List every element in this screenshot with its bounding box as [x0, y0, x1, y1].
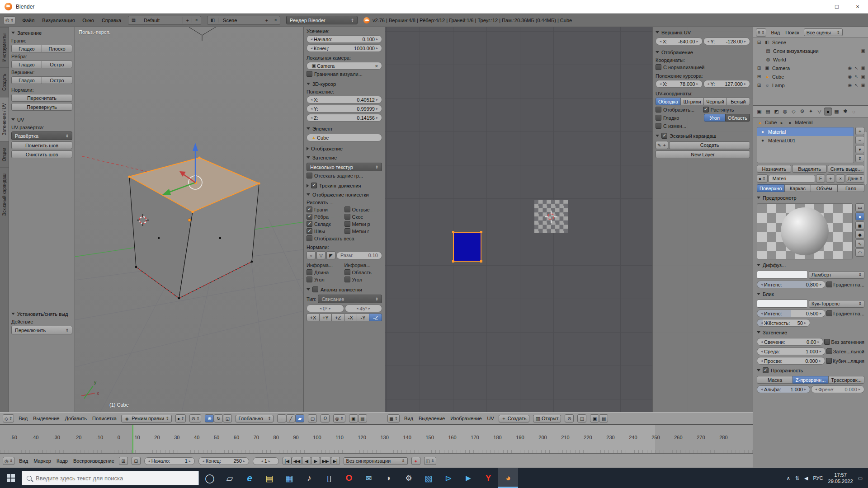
lock-frame-button[interactable]: ⊡ [132, 457, 141, 465]
fresnel-slider[interactable]: Френе:0.000 [811, 385, 864, 393]
viewport-shading-button[interactable]: ●⇕ [175, 414, 186, 422]
volume-icon[interactable]: ◀ [804, 475, 808, 481]
current-frame-indicator[interactable] [132, 425, 133, 453]
unlink-material-button[interactable]: × [836, 174, 845, 183]
taskbar-app-edge[interactable]: e [240, 468, 259, 488]
manipulator-scale-button[interactable]: ◱ [223, 414, 232, 422]
draw-sharp-checkbox[interactable] [344, 206, 350, 212]
image-paint-button[interactable]: ▤ [599, 414, 608, 422]
tool-tab-tools[interactable]: Инструменты [0, 27, 9, 67]
preview-hair-button[interactable]: ∿ [855, 239, 864, 248]
use-preview-range-button[interactable]: ⊞ [119, 457, 128, 465]
scene-tab-icon[interactable]: ◩ [773, 108, 780, 116]
draw-seams-checkbox[interactable] [307, 228, 312, 234]
fake-user-button[interactable]: F [816, 174, 825, 183]
normals-size-field[interactable]: Разм:0.10 [336, 252, 382, 259]
mesh-analysis-checkbox[interactable] [312, 286, 318, 292]
snap-target-button[interactable]: ◎⇕ [333, 414, 345, 422]
draw-bevel-checkbox[interactable] [344, 214, 350, 220]
search-input[interactable] [36, 475, 194, 482]
analysis-min-field[interactable]: 0° [307, 305, 344, 312]
layout-add-button[interactable]: ＋ [183, 17, 192, 23]
info-editor-icon[interactable]: ◎⇕ [4, 16, 15, 24]
border-render-checkbox[interactable] [307, 71, 312, 77]
faces-flat-button[interactable]: Плоско [42, 45, 72, 52]
verts-sharp-button[interactable]: Остро [42, 76, 72, 84]
hardness-slider[interactable]: Жёсткость:50 [757, 319, 810, 327]
panel-expand-icon[interactable] [307, 147, 309, 150]
expander-icon[interactable]: ⊞ [756, 66, 762, 70]
material-slot[interactable]: ●Material.001 [757, 136, 854, 145]
scene-selector[interactable]: ◧ Scene ＋ × [207, 16, 280, 25]
diffuse-color-swatch[interactable] [757, 271, 808, 279]
face-select-button[interactable]: ▰ [295, 414, 304, 422]
display-modified-checkbox[interactable] [656, 107, 661, 113]
face-angle-checkbox[interactable] [344, 277, 350, 282]
taskbar-search[interactable] [22, 471, 199, 485]
edge-select-button[interactable]: ╱ [286, 414, 295, 422]
draw-creases-checkbox[interactable] [307, 221, 312, 227]
new-image-button[interactable]: ＋Создать [499, 415, 529, 422]
item-name-field[interactable]: ▲Cube [307, 134, 382, 141]
manipulator-translate-button[interactable]: ⊕ [205, 414, 214, 422]
analysis-type-select[interactable]: Свисание⇕ [318, 295, 382, 303]
outliner-row-camera[interactable]: ⊞ ▣ Camera ◉↖▣ [753, 64, 868, 72]
cursor-x-field[interactable]: X:0.40512 [307, 96, 382, 103]
transparency-raytrace-button[interactable]: Трассировк... [828, 376, 864, 384]
remove-slot-button[interactable]: − [855, 136, 864, 144]
opengl-render-button[interactable]: ▣ [349, 414, 358, 422]
deselect-button[interactable]: Снять выде... [828, 165, 864, 173]
alpha-slider[interactable]: Альфа:1.000 [757, 385, 810, 393]
jump-to-end-button[interactable]: ▶| [331, 457, 340, 465]
preview-world-button[interactable]: ◠ [855, 249, 864, 257]
object-tab-icon[interactable]: ◇ [790, 108, 797, 116]
renderable-icon[interactable]: ▣ [861, 66, 865, 70]
axis-plus-z-button[interactable]: +Z [331, 314, 344, 321]
diffuse-ramp-checkbox[interactable] [826, 282, 832, 287]
clip-start-field[interactable]: Начало:0.100 [307, 35, 382, 43]
screen-layout-selector[interactable]: ▦ Default ＋ × [128, 16, 201, 25]
diffuse-intensity-slider[interactable]: Интенс:0.800 [757, 281, 826, 288]
move-slot-button[interactable]: ⇕ [855, 154, 864, 162]
uv-x-field[interactable]: X:-640.00 [656, 38, 703, 45]
axis-minus-y-button[interactable]: -Y [357, 314, 370, 321]
panel-expand-icon[interactable] [11, 118, 15, 121]
menu-file[interactable]: Файл [21, 18, 35, 23]
panel-expand-icon[interactable] [656, 135, 659, 137]
material-name-field[interactable]: Materi [769, 175, 815, 183]
end-frame-field[interactable]: Конец:250 [198, 457, 249, 465]
panel-expand-icon[interactable] [307, 184, 309, 188]
renderable-icon[interactable]: ▣ [861, 83, 865, 88]
taskbar-app-opera[interactable]: O [339, 468, 359, 488]
analysis-max-field[interactable]: 45° [345, 305, 382, 312]
specular-shader-select[interactable]: Кук-Торренс⇕ [809, 300, 864, 308]
select-menu[interactable]: Выделение [418, 416, 446, 421]
backface-culling-checkbox[interactable] [307, 173, 312, 178]
axis-plus-y-button[interactable]: +Y [319, 314, 332, 321]
modified-edges-checkbox[interactable] [656, 123, 661, 129]
opengl-render-anim-button[interactable]: ▤ [358, 414, 367, 422]
tool-tab-create[interactable]: Создать [0, 67, 9, 97]
new-layer-button[interactable]: New Layer [656, 150, 750, 158]
expander-icon[interactable]: ⊞ [756, 74, 762, 79]
layout-delete-button[interactable]: × [192, 18, 201, 23]
notifications-icon[interactable]: ▭ [858, 475, 863, 481]
vertex-normals-toggle[interactable]: ▿ [307, 251, 316, 259]
taskbar-app-task-view[interactable]: ▱ [220, 468, 240, 488]
editor-type-button[interactable]: ▦⇕ [387, 414, 400, 422]
mode-select[interactable]: ◈ Режим правки ⇕ [121, 415, 172, 422]
menu-help[interactable]: Справка [101, 18, 122, 23]
maximize-button[interactable]: □ [826, 0, 847, 13]
draw-faces-checkbox[interactable] [307, 206, 312, 212]
visible-icon[interactable]: ◉ [848, 74, 852, 79]
faces-smooth-button[interactable]: Гладко [11, 45, 42, 52]
mesh-menu[interactable]: Полисетка [91, 416, 118, 421]
network-icon[interactable]: ⇅ [795, 475, 799, 481]
renderable-icon[interactable]: ▣ [861, 48, 865, 53]
texture-tab-icon[interactable]: ▦ [833, 108, 840, 116]
outliner-row-lamp[interactable]: ⊞ ☼ Lamp ◉↖▣ [753, 81, 868, 89]
ambient-field[interactable]: Среда:1.000 [757, 347, 826, 355]
cursor-2d-y-field[interactable]: Y:127.000 [703, 80, 750, 88]
properties-scrollbar[interactable] [864, 131, 867, 185]
panel-expand-icon[interactable] [307, 83, 310, 85]
